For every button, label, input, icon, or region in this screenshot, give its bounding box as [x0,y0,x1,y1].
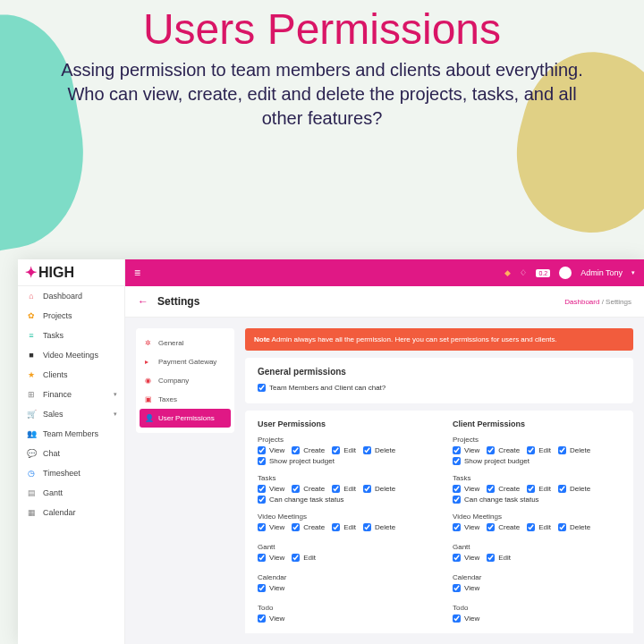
user-video-edit-checkbox[interactable]: Edit [332,523,356,531]
nav-label: Video Meetings [43,351,98,360]
user-projects-view-checkbox[interactable]: View [258,446,284,454]
chat-checkbox[interactable]: Team Members and Client can chat? [258,384,621,392]
sidebar-item-sales[interactable]: 🛒Sales▾ [18,404,124,424]
nav-label: Tasks [43,331,64,340]
sidebar-item-calendar[interactable]: ▦Calendar [18,503,124,522]
client-calendar-view-checkbox[interactable]: View [453,584,479,592]
user-tasks-edit-checkbox[interactable]: Edit [332,485,356,493]
user-tasks-create-checkbox[interactable]: Create [292,485,325,493]
tab-icon: ✲ [145,339,154,347]
user-projects-delete-checkbox[interactable]: Delete [363,446,395,454]
client-gantt-group: GanttViewEdit [453,543,621,564]
sidebar-item-dashboard[interactable]: ⌂Dashboard [18,286,124,306]
sidebar-item-clients[interactable]: ★Clients [18,365,124,385]
user-tasks-view-checkbox[interactable]: View [258,485,284,493]
back-icon[interactable]: ← [138,295,148,308]
group-name: Video Meetings [453,513,621,521]
chat-icon: 💬 [25,449,38,458]
client-tasks-extra-checkbox[interactable]: Can change task status [453,496,621,504]
group-name: Calendar [453,573,621,581]
group-name: Tasks [453,474,621,482]
sidebar-item-video-meetings[interactable]: ■Video Meetings [18,345,124,365]
sidebar-item-gantt[interactable]: ▤Gantt [18,483,124,503]
finance-icon: ⊞ [25,390,38,399]
chevron-down-icon[interactable]: ▾ [631,269,635,276]
tab-icon: ◉ [145,377,154,385]
client-todo-view-checkbox[interactable]: View [453,614,479,623]
user-gantt-view-checkbox[interactable]: View [258,554,284,562]
user-tasks-extra-checkbox[interactable]: Can change task status [258,496,426,504]
user-projects-edit-checkbox[interactable]: Edit [332,446,356,454]
clients-icon: ★ [25,370,38,379]
client-tasks-create-checkbox[interactable]: Create [487,485,520,493]
tab-label: Taxes [158,395,177,403]
topbar: ≡ ◆ ♢ 0.2 Admin Tony ▾ [125,259,644,286]
tab-user-permissions[interactable]: 👤User Permissions [140,409,231,428]
tab-label: Payment Gateway [158,358,216,366]
tab-payment-gateway[interactable]: ▸Payment Gateway [136,352,234,371]
tab-icon: ▣ [145,395,154,403]
user-permissions-col: User Permissions ProjectsViewCreateEditD… [258,419,426,633]
settings-tabs: ✲General▸Payment Gateway◉Company▣Taxes👤U… [136,328,234,433]
client-permissions-col: Client Permissions ProjectsViewCreateEdi… [453,419,621,633]
client-video-delete-checkbox[interactable]: Delete [558,523,590,531]
user-calendar-view-checkbox[interactable]: View [258,584,284,592]
user-todo-group: TodoView [258,604,426,625]
chevron-down-icon: ▾ [114,391,117,398]
nav-label: Timesheet [43,469,80,478]
flame-icon[interactable]: ◆ [504,268,511,277]
sidebar-item-tasks[interactable]: ≡Tasks [18,326,124,345]
nav-label: Sales [43,410,64,419]
sidebar-item-team-members[interactable]: 👥Team Members [18,424,124,444]
user-projects-extra-checkbox[interactable]: Show project budget [258,457,426,465]
alert-note: Note Admin always have all the permissio… [245,328,633,351]
badge[interactable]: 0.2 [536,269,550,277]
nav-label: Clients [43,370,68,379]
group-name: Video Meetings [258,513,426,521]
client-video-view-checkbox[interactable]: View [453,523,479,531]
crumb-root[interactable]: Dashboard [564,298,599,306]
client-gantt-edit-checkbox[interactable]: Edit [487,554,511,562]
client-projects-create-checkbox[interactable]: Create [487,446,520,454]
sales-icon: 🛒 [25,410,38,419]
group-name: Gantt [258,543,426,551]
hero-title: Users Permissions [27,4,617,54]
client-gantt-view-checkbox[interactable]: View [453,554,479,562]
user-video-delete-checkbox[interactable]: Delete [363,523,395,531]
client-projects-extra-checkbox[interactable]: Show project budget [453,457,621,465]
user-tasks-group: TasksViewCreateEditDeleteCan change task… [258,474,426,504]
client-projects-delete-checkbox[interactable]: Delete [558,446,590,454]
user-name[interactable]: Admin Tony [580,268,623,277]
tab-taxes[interactable]: ▣Taxes [136,390,234,409]
user-tasks-delete-checkbox[interactable]: Delete [363,485,395,493]
nav-label: Projects [43,311,72,320]
sidebar-item-timesheet[interactable]: ◷Timesheet [18,463,124,483]
sidebar-item-finance[interactable]: ⊞Finance▾ [18,385,124,404]
client-projects-view-checkbox[interactable]: View [453,446,479,454]
user-projects-create-checkbox[interactable]: Create [292,446,325,454]
sidebar-item-chat[interactable]: 💬Chat [18,444,124,463]
gantt-icon: ▤ [25,488,38,497]
nav-label: Gantt [43,488,63,497]
menu-icon[interactable]: ≡ [134,267,140,279]
user-video-create-checkbox[interactable]: Create [292,523,325,531]
client-perm-heading: Client Permissions [453,419,621,428]
tab-company[interactable]: ◉Company [136,371,234,390]
client-tasks-delete-checkbox[interactable]: Delete [558,485,590,493]
client-video-edit-checkbox[interactable]: Edit [527,523,551,531]
client-todo-group: TodoView [453,604,621,625]
user-todo-view-checkbox[interactable]: View [258,614,284,623]
user-gantt-edit-checkbox[interactable]: Edit [292,554,316,562]
bell-icon[interactable]: ♢ [520,268,527,277]
client-tasks-view-checkbox[interactable]: View [453,485,479,493]
client-tasks-edit-checkbox[interactable]: Edit [527,485,551,493]
user-video-view-checkbox[interactable]: View [258,523,284,531]
tab-general[interactable]: ✲General [136,334,234,352]
client-projects-edit-checkbox[interactable]: Edit [527,446,551,454]
general-section: General permissions Team Members and Cli… [245,358,633,403]
sidebar-item-projects[interactable]: ✿Projects [18,306,124,326]
group-name: Projects [258,436,426,444]
nav-label: Team Members [43,429,98,438]
client-video-create-checkbox[interactable]: Create [487,523,520,531]
avatar[interactable] [559,267,572,279]
